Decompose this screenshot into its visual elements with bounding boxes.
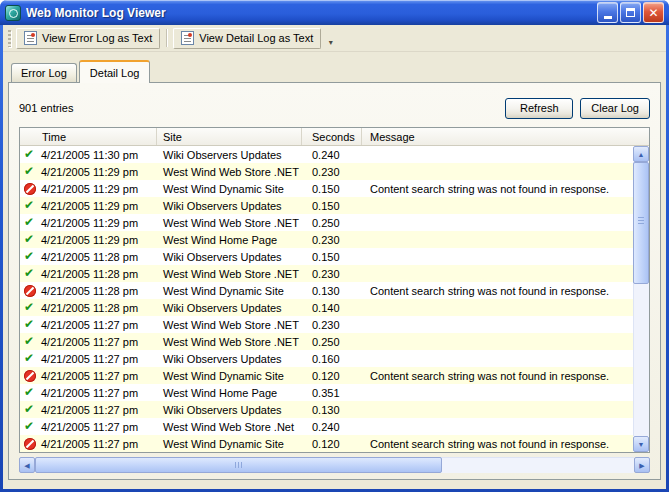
horizontal-scrollbar[interactable]: ◀ ▶ [19, 457, 650, 473]
table-row[interactable]: 4/21/2005 11:29 pmWiki Observers Updates… [20, 197, 633, 214]
row-seconds: 0.351 [302, 387, 362, 399]
row-time-cell: 4/21/2005 11:27 pm [20, 353, 157, 365]
table-body: 4/21/2005 11:30 pmWiki Observers Updates… [20, 146, 649, 452]
table-row[interactable]: 4/21/2005 11:27 pmWest Wind Dynamic Site… [20, 435, 633, 452]
row-site: West Wind Dynamic Site [157, 438, 302, 450]
column-header-time[interactable]: Time [20, 128, 157, 145]
tab-detail-log-label: Detail Log [90, 67, 140, 79]
table-row[interactable]: 4/21/2005 11:28 pmWest Wind Web Store .N… [20, 265, 633, 282]
row-time-cell: 4/21/2005 11:29 pm [20, 200, 157, 212]
toolbar-overflow-button[interactable]: ▾ [324, 27, 337, 49]
row-site: West Wind Home Page [157, 234, 302, 246]
table-row[interactable]: 4/21/2005 11:27 pmWest Wind Web Store .N… [20, 316, 633, 333]
window-title: Web Monitor Log Viewer [26, 6, 597, 20]
status-ok-icon [24, 421, 36, 433]
table-row[interactable]: 4/21/2005 11:30 pmWiki Observers Updates… [20, 146, 633, 163]
column-header-site[interactable]: Site [157, 128, 302, 145]
table-row[interactable]: 4/21/2005 11:28 pmWiki Observers Updates… [20, 248, 633, 265]
row-site: Wiki Observers Updates [157, 404, 302, 416]
column-header-seconds[interactable]: Seconds [302, 128, 362, 145]
vertical-scrollbar[interactable]: ▲ ▼ [633, 146, 649, 452]
column-header-time-label: Time [42, 131, 66, 143]
table-row[interactable]: 4/21/2005 11:27 pmWiki Observers Updates… [20, 401, 633, 418]
row-time: 4/21/2005 11:28 pm [41, 285, 138, 297]
table-row[interactable]: 4/21/2005 11:27 pmWiki Observers Updates… [20, 350, 633, 367]
column-header-message[interactable]: Message [362, 128, 649, 145]
scroll-up-button[interactable]: ▲ [633, 146, 649, 162]
row-seconds: 0.250 [302, 217, 362, 229]
status-ok-icon [24, 149, 36, 161]
table-row[interactable]: 4/21/2005 11:29 pmWest Wind Web Store .N… [20, 163, 633, 180]
vertical-scroll-thumb[interactable] [633, 162, 649, 284]
toolbar-grip[interactable] [8, 30, 11, 47]
row-site: West Wind Web Store .Net [157, 421, 302, 433]
row-time-cell: 4/21/2005 11:27 pm [20, 336, 157, 348]
row-site: West Wind Dynamic Site [157, 183, 302, 195]
vertical-scroll-track[interactable] [633, 162, 649, 436]
column-header-message-label: Message [370, 131, 415, 143]
table-row[interactable]: 4/21/2005 11:28 pmWest Wind Dynamic Site… [20, 282, 633, 299]
chevron-down-icon: ▾ [329, 39, 333, 47]
tab-error-log[interactable]: Error Log [11, 63, 77, 82]
table-row[interactable]: 4/21/2005 11:29 pmWest Wind Web Store .N… [20, 214, 633, 231]
row-site: Wiki Observers Updates [157, 200, 302, 212]
close-icon: ✕ [648, 7, 658, 19]
row-seconds: 0.130 [302, 404, 362, 416]
close-button[interactable]: ✕ [643, 2, 664, 23]
row-site: West Wind Web Store .NET [157, 166, 302, 178]
table-row[interactable]: 4/21/2005 11:29 pmWest Wind Dynamic Site… [20, 180, 633, 197]
row-seconds: 0.230 [302, 234, 362, 246]
row-site: Wiki Observers Updates [157, 251, 302, 263]
refresh-button[interactable]: Refresh [505, 98, 573, 119]
row-time-cell: 4/21/2005 11:27 pm [20, 421, 157, 433]
detail-log-icon [181, 31, 194, 45]
table-row[interactable]: 4/21/2005 11:28 pmWiki Observers Updates… [20, 299, 633, 316]
table-row[interactable]: 4/21/2005 11:27 pmWest Wind Web Store .N… [20, 418, 633, 435]
status-ok-icon [24, 302, 36, 314]
tab-detail-log[interactable]: Detail Log [79, 60, 151, 83]
row-seconds: 0.140 [302, 302, 362, 314]
row-time: 4/21/2005 11:29 pm [41, 166, 138, 178]
arrow-right-icon: ▶ [639, 462, 644, 469]
row-message: Content search string was not found in r… [362, 438, 633, 450]
column-header-site-label: Site [163, 131, 182, 143]
client-area: View Error Log as Text View Detail Log a… [3, 25, 666, 489]
table-row[interactable]: 4/21/2005 11:27 pmWest Wind Dynamic Site… [20, 367, 633, 384]
row-site: West Wind Web Store .NET [157, 319, 302, 331]
clear-log-button[interactable]: Clear Log [580, 98, 650, 119]
title-bar[interactable]: Web Monitor Log Viewer ✕ [0, 0, 669, 25]
row-site: West Wind Web Store .NET [157, 217, 302, 229]
row-time: 4/21/2005 11:28 pm [41, 302, 138, 314]
table-row[interactable]: 4/21/2005 11:29 pmWest Wind Home Page0.2… [20, 231, 633, 248]
row-time-cell: 4/21/2005 11:29 pm [20, 217, 157, 229]
row-seconds: 0.230 [302, 268, 362, 280]
panel-header: 901 entries Refresh Clear Log [19, 97, 650, 119]
horizontal-scroll-track[interactable] [35, 457, 634, 473]
horizontal-scroll-thumb[interactable] [35, 457, 442, 473]
table-row[interactable]: 4/21/2005 11:27 pmWest Wind Web Store .N… [20, 333, 633, 350]
entries-count-label: 901 entries [19, 102, 73, 114]
row-site: West Wind Dynamic Site [157, 285, 302, 297]
scroll-left-button[interactable]: ◀ [19, 457, 35, 473]
row-time: 4/21/2005 11:27 pm [41, 336, 138, 348]
row-time: 4/21/2005 11:27 pm [41, 353, 138, 365]
column-header-seconds-label: Seconds [312, 131, 355, 143]
detail-log-panel: 901 entries Refresh Clear Log Time Site … [8, 82, 661, 480]
row-time-cell: 4/21/2005 11:29 pm [20, 183, 157, 195]
toolbar: View Error Log as Text View Detail Log a… [3, 25, 666, 52]
view-error-log-button[interactable]: View Error Log as Text [16, 28, 160, 49]
row-seconds: 0.240 [302, 149, 362, 161]
row-time-cell: 4/21/2005 11:27 pm [20, 404, 157, 416]
app-icon [5, 5, 21, 21]
row-seconds: 0.160 [302, 353, 362, 365]
row-seconds: 0.130 [302, 285, 362, 297]
table-row[interactable]: 4/21/2005 11:27 pmWest Wind Home Page0.3… [20, 384, 633, 401]
row-time: 4/21/2005 11:29 pm [41, 183, 138, 195]
row-time-cell: 4/21/2005 11:29 pm [20, 234, 157, 246]
scroll-down-button[interactable]: ▼ [633, 436, 649, 452]
maximize-button[interactable] [620, 2, 641, 23]
view-detail-log-button[interactable]: View Detail Log as Text [173, 28, 321, 49]
minimize-button[interactable] [597, 2, 618, 23]
row-seconds: 0.250 [302, 336, 362, 348]
scroll-right-button[interactable]: ▶ [634, 457, 650, 473]
